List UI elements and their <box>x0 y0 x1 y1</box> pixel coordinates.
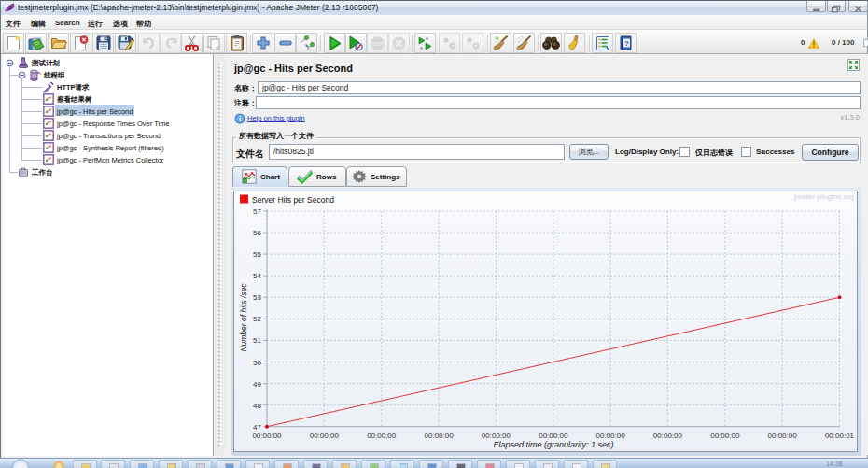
svg-text:Server Hits per Second: Server Hits per Second <box>252 195 334 205</box>
svg-text:00:00:00: 00:00:00 <box>252 432 282 440</box>
svg-text:53: 53 <box>253 293 261 302</box>
svg-text:47: 47 <box>253 423 261 432</box>
svg-text:00:00:00: 00:00:00 <box>768 432 798 440</box>
svg-text:00:00:00: 00:00:00 <box>367 432 397 440</box>
svg-text:51: 51 <box>253 336 261 345</box>
svg-text:55: 55 <box>253 250 261 259</box>
svg-text:00:00:00: 00:00:00 <box>310 432 340 440</box>
svg-text:Number of hits /sec: Number of hits /sec <box>239 283 248 352</box>
svg-text:56: 56 <box>253 229 261 237</box>
svg-text:00:00:00: 00:00:00 <box>539 432 568 440</box>
svg-text:49: 49 <box>253 380 261 389</box>
svg-text:54: 54 <box>253 272 261 280</box>
svg-text:48: 48 <box>253 402 261 410</box>
svg-text:00:00:00: 00:00:00 <box>482 432 511 440</box>
svg-text:50: 50 <box>253 359 261 367</box>
svg-text:00:00:00: 00:00:00 <box>653 432 683 440</box>
svg-text:57: 57 <box>253 207 261 216</box>
svg-text:jmeter-plugins.org: jmeter-plugins.org <box>793 192 854 201</box>
svg-text:52: 52 <box>253 315 261 323</box>
svg-text:00:00:00: 00:00:00 <box>425 432 455 440</box>
svg-text:00:00:00: 00:00:00 <box>710 432 740 440</box>
svg-text:00:00:01: 00:00:01 <box>825 432 855 440</box>
svg-text:Elapsed time (granularity: 1 s: Elapsed time (granularity: 1 sec) <box>493 440 613 449</box>
svg-text:00:00:00: 00:00:00 <box>596 432 626 440</box>
